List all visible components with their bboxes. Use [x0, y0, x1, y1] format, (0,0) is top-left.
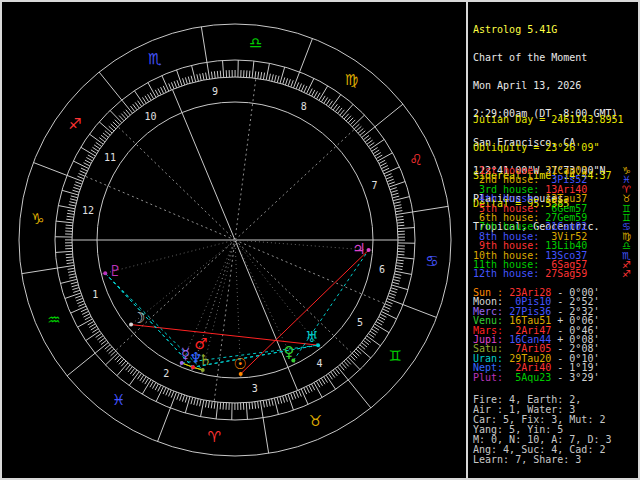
degree-tick	[182, 395, 184, 402]
julian-day-line: Julian Day = 2461143.8951	[473, 115, 636, 124]
degree-tick	[92, 147, 98, 151]
degree-tick	[263, 401, 264, 408]
degree-tick	[78, 304, 84, 307]
degree-tick	[288, 79, 290, 86]
degree-tick	[321, 96, 325, 102]
planet-glyph-uranus: ♅	[305, 328, 318, 346]
degree-tick	[211, 401, 212, 408]
house-cusp-line	[235, 129, 355, 240]
degree-tick	[365, 338, 371, 342]
degree-tick	[75, 182, 82, 184]
degree-tick	[99, 338, 105, 342]
degree-tick	[191, 397, 193, 404]
sign-glyph-pisces: ♓	[112, 391, 125, 409]
degree-tick	[293, 392, 296, 399]
degree-tick	[200, 74, 201, 81]
degree-tick	[166, 389, 169, 395]
degree-tick	[272, 399, 274, 406]
degree-tick	[163, 388, 166, 394]
house-number: 3	[252, 383, 258, 394]
degree-tick	[67, 213, 74, 214]
sign-glyph-leo: ♌	[409, 151, 422, 169]
degree-tick	[185, 396, 187, 403]
degree-tick	[208, 401, 209, 408]
degree-tick	[79, 173, 85, 176]
degree-tick	[67, 263, 74, 264]
degree-tick	[392, 196, 399, 198]
element-tally-list: Fire: 4, Earth: 2,Air : 1, Water: 3Car: …	[473, 395, 636, 465]
degree-tick	[249, 71, 250, 78]
degree-tick	[177, 393, 179, 400]
degree-tick	[207, 62, 210, 79]
degree-tick	[68, 271, 75, 272]
aspect-line-square	[241, 250, 369, 374]
degree-tick	[316, 381, 319, 387]
degree-tick	[329, 101, 333, 107]
house-number: 5	[357, 317, 363, 328]
degree-tick	[319, 380, 323, 386]
sign-boundary-line	[348, 380, 371, 408]
degree-tick	[266, 400, 267, 407]
degree-tick	[148, 94, 152, 100]
degree-tick	[324, 97, 328, 103]
degree-tick	[338, 108, 342, 113]
degree-tick	[383, 168, 389, 171]
degree-tick	[376, 155, 382, 158]
degree-tick	[369, 143, 375, 147]
degree-tick	[197, 74, 199, 81]
planet-glyph-moon: ☽	[132, 309, 145, 327]
degree-tick	[200, 399, 201, 406]
planet-latitude: - 3°29'	[551, 373, 599, 382]
degree-tick	[393, 280, 400, 282]
sign-boundary-line	[67, 353, 95, 376]
degree-tick	[381, 312, 396, 319]
degree-tick	[380, 163, 386, 166]
degree-tick	[391, 288, 398, 290]
degree-tick	[158, 385, 161, 391]
degree-tick	[88, 321, 94, 324]
degree-tick	[365, 138, 371, 142]
degree-tick	[246, 403, 247, 420]
sign-glyph-gemini: ♊	[388, 347, 401, 365]
degree-tick	[301, 85, 304, 91]
degree-tick	[396, 266, 403, 267]
degree-tick	[396, 268, 403, 269]
degree-tick	[309, 385, 312, 391]
degree-tick	[69, 274, 76, 275]
degree-tick	[392, 282, 399, 284]
degree-tick	[386, 301, 392, 304]
house-number: 2	[163, 368, 169, 379]
degree-tick	[220, 402, 221, 409]
degree-tick	[156, 386, 163, 401]
sign-boundary-line	[201, 27, 207, 63]
sign-glyph-capricorn: ♑	[31, 210, 44, 228]
sign-glyph-taurus: ♉	[309, 412, 322, 430]
degree-tick	[397, 260, 404, 261]
degree-tick	[77, 176, 83, 179]
degree-tick	[155, 90, 158, 96]
chart-date-line: Mon April 13, 2026	[473, 81, 636, 90]
degree-tick	[394, 202, 401, 204]
degree-tick	[96, 333, 102, 337]
degree-tick	[397, 225, 404, 226]
degree-tick	[214, 71, 215, 78]
degree-tick	[394, 274, 401, 275]
degree-tick	[145, 96, 149, 102]
planet-value: 5Aqu23	[509, 373, 551, 382]
degree-tick	[82, 311, 88, 314]
natal-wheel-chart: ♈♉♊♋♌♍♎♏♐♑♒♓123456789101112♆♂♄☉♀♅♃♇☽☿	[2, 2, 468, 478]
degree-tick	[333, 370, 337, 376]
degree-tick	[71, 306, 87, 313]
degree-tick	[85, 160, 91, 163]
degree-tick	[255, 71, 256, 78]
degree-tick	[205, 401, 206, 408]
planet-position-list: Sun : 23Ari28 - 0°00'Moon: 0Pis10 - 2°52…	[473, 288, 636, 382]
sign-boundary-line	[263, 418, 269, 454]
degree-tick	[280, 397, 282, 404]
planet-glyph-mars: ♂	[194, 335, 207, 353]
degree-tick	[180, 394, 182, 401]
degree-tick	[376, 322, 382, 326]
sign-glyph-virgo: ♍	[345, 71, 358, 89]
degree-tick	[66, 219, 73, 220]
degree-tick	[314, 91, 317, 97]
